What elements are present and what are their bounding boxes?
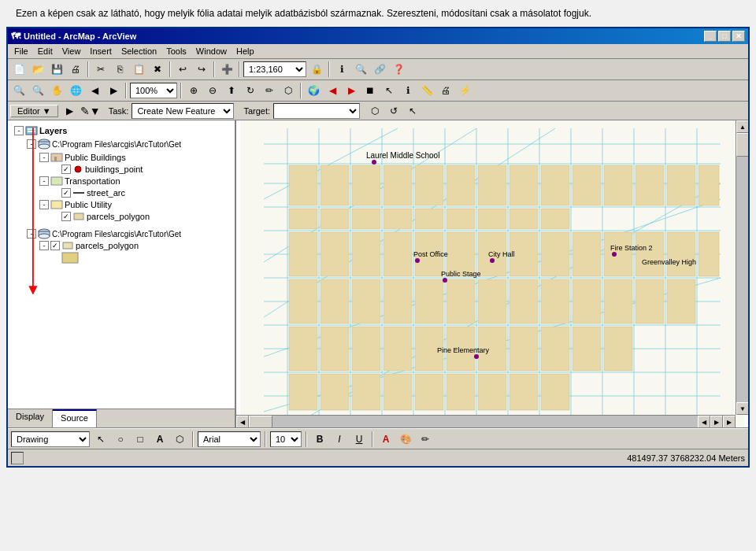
editor-button[interactable]: Editor ▼ [10,105,58,117]
find-button[interactable]: 🔍 [352,61,369,78]
nav-back-button[interactable]: ◀ [324,82,341,99]
expand-parcels2[interactable]: - [39,241,49,250]
layers-group[interactable]: - Layers [14,124,232,137]
stop-button[interactable]: ⏹ [361,82,379,99]
minimize-button[interactable]: _ [704,31,717,42]
cb-parcels1[interactable]: ✓ [61,212,71,221]
scale-combo[interactable]: 1:23,160 [243,61,306,77]
menu-window[interactable]: Window [191,45,232,57]
zoom-out-button[interactable]: 🔍 [29,82,46,99]
cb-buildings[interactable]: ✓ [61,165,71,174]
undo-button[interactable]: ↩ [174,61,191,78]
transportation-row[interactable]: - Transportation [39,175,232,187]
scroll-left-btn[interactable]: ◀ [236,416,249,427]
hscroll-thumb[interactable] [249,416,272,427]
sketch-vertex-btn[interactable]: ⬡ [366,102,384,120]
menu-help[interactable]: Help [232,45,259,57]
redo-button[interactable]: ↪ [193,61,210,78]
full-extent-button[interactable]: 🌐 [67,82,84,99]
add-data-button[interactable]: ➕ [218,61,235,78]
info-button[interactable]: ℹ [399,82,417,99]
menu-file[interactable]: File [9,45,33,57]
street-arc-row[interactable]: ✓ street_arc [61,188,232,198]
font-name-combo[interactable]: Arial [198,431,261,447]
scale-lock-button[interactable]: 🔒 [308,61,325,78]
vertex-button[interactable]: ⬡ [280,82,297,99]
zoom-pct-combo[interactable]: 100% [130,83,177,98]
drawing-text-btn[interactable]: A [151,431,169,448]
italic-button[interactable]: I [331,431,348,448]
vscrollbar[interactable]: ▲ ▼ [736,120,748,415]
target-combo[interactable] [273,103,360,119]
pub-utility-row[interactable]: - Public Utility [39,198,232,211]
scroll-up-btn[interactable]: ▲ [736,120,748,133]
fill-color-btn[interactable]: 🎨 [397,431,414,448]
print2-button[interactable]: 🖨 [437,82,454,99]
open-button[interactable]: 📂 [29,61,46,78]
pub-buildings-row[interactable]: - Public Buildings [39,151,232,164]
bold-button[interactable]: B [311,431,328,448]
expand-db1[interactable]: - [27,139,36,149]
menu-view[interactable]: View [57,45,86,57]
save-button[interactable]: 💾 [48,61,65,78]
buildings-point-row[interactable]: ✓ buildings_point [61,165,232,174]
sketch-pointer-btn[interactable]: ↖ [404,102,421,120]
nav-fwd-button[interactable]: ▶ [343,82,360,99]
menu-edit[interactable]: Edit [33,45,57,57]
parcels-poly2-row[interactable]: - ✓ parcels_polygon [39,241,232,250]
pointer-tool[interactable]: ↖ [380,82,398,99]
zoom-in-fixed-button[interactable]: ⊕ [185,82,202,99]
print-button[interactable]: 🖨 [67,61,84,78]
select-button[interactable]: ⬆ [223,82,240,99]
expand-transport[interactable]: - [39,176,49,186]
lightning-button[interactable]: ⚡ [456,82,473,99]
map-nav-next[interactable]: ▶ [710,416,723,427]
map-nav-prev[interactable]: ◀ [698,416,710,427]
db1-row[interactable]: - C:\Program Files\arcgis\ArcTutor\Get [27,138,232,150]
hyperlink-button[interactable]: 🔗 [371,61,388,78]
close-button[interactable]: ✕ [732,31,745,42]
menu-insert[interactable]: Insert [85,45,117,57]
measure-button[interactable]: 📏 [418,82,435,99]
db2-row[interactable]: - C:\Program Files\arcgis\ArcTutor\Get [27,227,232,240]
maximize-button[interactable]: □ [718,31,731,42]
cut-button[interactable]: ✂ [92,61,109,78]
sketch-button[interactable]: ✏ [261,82,278,99]
hscrollbar[interactable]: ◀ ◀ ▶ ▶ [236,415,736,427]
task-combo[interactable]: Create New Feature [132,103,234,119]
cb-parcels2[interactable]: ✓ [50,241,60,250]
zoom-in-button[interactable]: 🔍 [10,82,28,99]
back-extent-button[interactable]: ◀ [86,82,103,99]
menu-tools[interactable]: Tools [161,45,191,57]
drawing-arrow-btn[interactable]: ↖ [92,431,109,448]
copy-button[interactable]: ⎘ [111,61,128,78]
editor-pencil-btn[interactable]: ✎▼ [82,102,99,120]
zoom-out-fixed-button[interactable]: ⊖ [204,82,221,99]
tab-display[interactable]: Display [8,409,53,427]
font-size-combo[interactable]: 10 [270,431,302,447]
new-button[interactable]: 📄 [10,61,28,78]
underline-button[interactable]: U [350,431,368,448]
drawing-img-btn[interactable]: ⬡ [171,431,188,448]
expand-db2[interactable]: - [27,229,36,239]
editor-arrow-btn[interactable]: ▶ [61,102,79,120]
expand-pub-buildings[interactable]: - [39,153,49,162]
help-button[interactable]: ❓ [390,61,407,78]
pan-button[interactable]: ✋ [48,82,65,99]
tab-source[interactable]: Source [53,409,97,427]
parcels-poly1-row[interactable]: ✓ parcels_polygon [61,212,232,221]
drawing-circle-btn[interactable]: ○ [112,431,129,448]
vscroll-track[interactable] [736,133,748,402]
expand-pub-utility[interactable]: - [39,200,49,209]
hscroll-track[interactable] [249,416,698,427]
menu-selection[interactable]: Selection [117,45,161,57]
delete-button[interactable]: ✖ [149,61,166,78]
scroll-right-btn[interactable]: ▶ [723,416,736,427]
forward-extent-button[interactable]: ▶ [105,82,122,99]
drawing-combo[interactable]: Drawing [11,431,90,447]
drawing-rect-btn[interactable]: □ [132,431,149,448]
font-color-btn[interactable]: A [377,431,395,448]
scroll-down-btn[interactable]: ▼ [736,402,748,415]
sketch-rotate-btn[interactable]: ↺ [385,102,402,120]
expand-layers[interactable]: - [14,126,24,135]
